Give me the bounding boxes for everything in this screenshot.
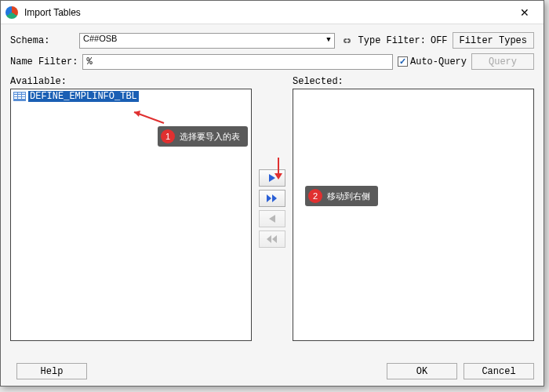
annotation-badge: 1 [161, 129, 175, 143]
svg-rect-4 [14, 95, 17, 96]
annotation-badge: 2 [308, 189, 322, 203]
annotation-text: 移动到右侧 [327, 191, 370, 202]
move-all-right-button[interactable] [259, 190, 285, 207]
dialog-body: Schema: C##OSB Type Filter: OFF Filter T… [1, 24, 544, 349]
type-filter-value: OFF [431, 35, 448, 46]
schema-select[interactable]: C##OSB [79, 33, 335, 49]
list-item[interactable]: DEFINE_EMPLINFO_TBL [12, 90, 250, 103]
item-text: DEFINE_EMPLINFO_TBL [28, 91, 139, 102]
selected-list[interactable] [293, 89, 534, 341]
svg-rect-7 [14, 97, 17, 99]
annotation-2: 2 移动到右侧 [305, 186, 378, 206]
svg-rect-5 [18, 95, 21, 96]
link-icon[interactable] [340, 34, 354, 48]
available-label: Available: [10, 76, 252, 87]
titlebar: Import Tables ✕ [1, 1, 544, 24]
move-all-left-button[interactable] [259, 230, 285, 248]
query-button[interactable]: Query [471, 53, 534, 70]
check-icon: ✓ [398, 56, 408, 67]
import-tables-dialog: Import Tables ✕ Schema: C##OSB Type Filt… [0, 0, 544, 387]
schema-label: Schema: [10, 35, 75, 46]
schema-row: Schema: C##OSB Type Filter: OFF Filter T… [10, 32, 534, 49]
svg-rect-8 [18, 97, 21, 99]
svg-rect-1 [14, 93, 17, 94]
table-icon [13, 92, 26, 101]
window-title: Import Tables [24, 7, 511, 18]
app-icon [5, 6, 18, 19]
cancel-button[interactable]: Cancel [464, 363, 534, 379]
ok-button[interactable]: OK [387, 363, 457, 379]
annotation-1: 1 选择要导入的表 [158, 126, 248, 147]
name-filter-input[interactable] [82, 54, 393, 70]
name-filter-row: Name Filter: ✓ Auto-Query Query [10, 53, 534, 70]
help-button[interactable]: Help [16, 363, 87, 379]
svg-rect-2 [18, 93, 21, 94]
annotation-text: 选择要导入的表 [180, 131, 240, 143]
type-filter-label: Type Filter: [358, 35, 426, 46]
selected-label: Selected: [293, 76, 534, 87]
arrow-2-icon [271, 156, 286, 184]
auto-query-label: Auto-Query [410, 56, 467, 67]
filter-types-button[interactable]: Filter Types [453, 32, 534, 49]
svg-rect-3 [22, 93, 25, 94]
svg-rect-9 [22, 97, 25, 99]
dialog-footer: Help OK Cancel [10, 363, 534, 379]
auto-query-checkbox[interactable]: ✓ Auto-Query [398, 56, 467, 67]
selected-panel: Selected: [293, 76, 534, 341]
transfer-panels: Available: DEFINE_EMPLINFO_TBL [10, 76, 534, 341]
svg-rect-6 [22, 95, 25, 96]
close-button[interactable]: ✕ [511, 2, 539, 24]
move-left-button[interactable] [259, 210, 285, 227]
schema-value: C##OSB [83, 34, 117, 43]
transfer-buttons [256, 76, 288, 341]
name-filter-label: Name Filter: [10, 56, 78, 67]
